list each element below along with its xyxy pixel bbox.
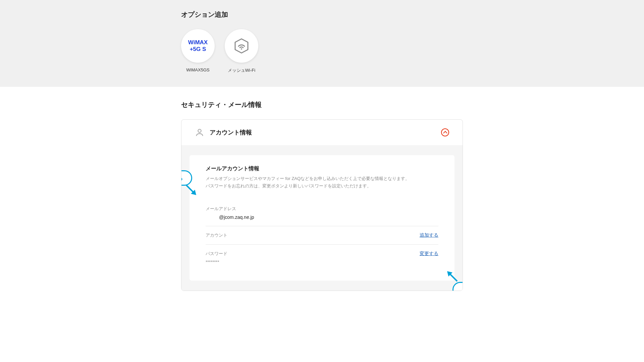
svg-marker-0 [235, 39, 248, 53]
mail-account-title: メールアカウント情報 [206, 165, 438, 172]
field-row-email: メールアドレス @jcom.zaq.ne.jp [206, 200, 438, 226]
option-circle-line1: WiMAX [188, 39, 208, 46]
mail-desc-line1: メールオプションサービスやマカフィー for ZAQなどをお申し込みいただく上で… [206, 176, 410, 181]
option-label-wimax: WiMAX5GS [186, 67, 209, 72]
options-section: オプション追加 WiMAX +5G S WiMAX5GS [0, 0, 644, 87]
option-item-wimax: WiMAX +5G S WiMAX5GS [181, 29, 215, 73]
account-add-link[interactable]: 追加する [420, 232, 438, 238]
chevron-up-icon [441, 128, 449, 136]
password-label: パスワード [206, 251, 227, 257]
svg-point-2 [198, 129, 201, 132]
account-card-body: こちら メールアカウント情報 メールオプションサービスやマカフィー for ZA… [181, 145, 463, 291]
option-items: WiMAX +5G S WiMAX5GS メッシュWi-Fi [181, 29, 463, 73]
account-card: アカウント情報 こちら メールアカウント情報 メールオプションサービスやマカフ [181, 119, 463, 291]
account-card-header[interactable]: アカウント情報 [181, 120, 463, 145]
email-value: @jcom.zaq.ne.jp [206, 215, 438, 220]
option-label-mesh: メッシュWi-Fi [228, 67, 255, 73]
option-circle-wimax[interactable]: WiMAX +5G S [181, 29, 215, 63]
mail-account-inner-card: こちら メールアカウント情報 メールオプションサービスやマカフィー for ZA… [190, 155, 454, 281]
mesh-wifi-hex-icon [233, 38, 250, 54]
field-row-password: パスワード 変更する ******** [206, 245, 438, 270]
arrow-pointer-here-icon [185, 184, 198, 197]
mail-desc-line2: パスワードをお忘れの方は、変更ボタンより新しいパスワードを設定いただけます。 [206, 183, 371, 188]
options-title: オプション追加 [181, 10, 463, 19]
option-item-mesh: メッシュWi-Fi [225, 29, 258, 73]
account-label: アカウント [206, 232, 227, 238]
password-value: ******** [206, 259, 438, 264]
security-section: セキュリティ・メール情報 アカウント情報 こちら [0, 87, 644, 304]
option-circle-mesh[interactable] [225, 29, 258, 63]
user-icon [195, 128, 204, 137]
security-title: セキュリティ・メール情報 [181, 100, 463, 109]
email-label: メールアドレス [206, 206, 236, 212]
svg-point-1 [241, 48, 242, 50]
mail-account-desc: メールオプションサービスやマカフィー for ZAQなどをお申し込みいただく上で… [206, 175, 438, 190]
callout-fromhere: ここから [452, 282, 463, 291]
arrow-pointer-fromhere-icon [445, 269, 459, 283]
password-change-link[interactable]: 変更する [420, 251, 438, 257]
field-row-account: アカウント 追加する [206, 226, 438, 245]
account-card-title: アカウント情報 [210, 128, 252, 136]
option-circle-line2: +5G S [190, 46, 206, 53]
